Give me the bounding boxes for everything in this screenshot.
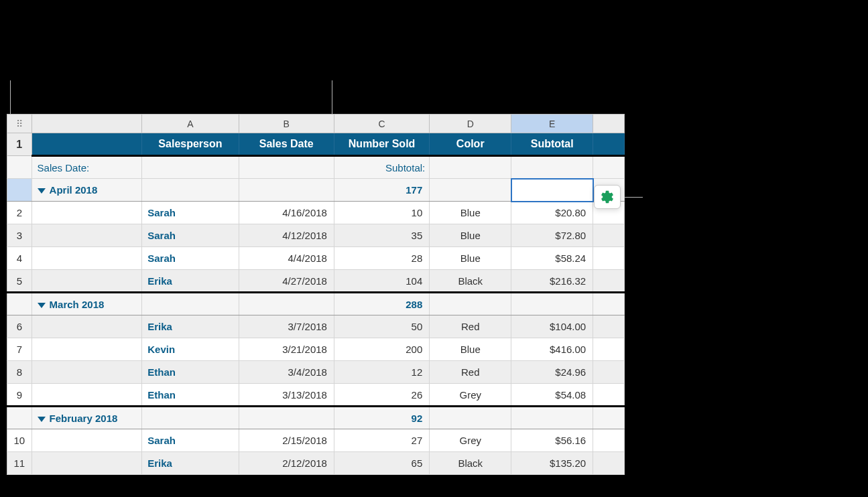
- cell-date[interactable]: 3/4/2018: [239, 361, 334, 384]
- spreadsheet-table: ⠿ A B C D E 1 Salesperson Sales Date Num…: [7, 114, 625, 475]
- cell-date[interactable]: 3/21/2018: [239, 338, 334, 361]
- row-header[interactable]: 2: [7, 202, 32, 224]
- column-header-C[interactable]: C: [334, 115, 429, 133]
- cell-salesperson[interactable]: Sarah: [142, 247, 239, 270]
- cell-subtotal[interactable]: $216.32: [511, 270, 593, 293]
- cell-salesperson[interactable]: Erika: [142, 452, 239, 475]
- cell-salesperson[interactable]: Sarah: [142, 429, 239, 452]
- cell-number-sold[interactable]: 10: [334, 202, 429, 224]
- cell-salesperson[interactable]: Ethan: [142, 361, 239, 384]
- column-header-A[interactable]: A: [142, 115, 239, 133]
- cell-subtotal[interactable]: $416.00: [511, 338, 593, 361]
- summary-label-left: Sales Date:: [32, 156, 142, 179]
- group-label[interactable]: March 2018: [32, 293, 142, 315]
- summary-label-right: Subtotal:: [334, 156, 429, 179]
- row-header[interactable]: 3: [7, 224, 32, 247]
- disclosure-triangle-icon[interactable]: [38, 303, 46, 308]
- group-sum[interactable]: 288: [334, 293, 429, 315]
- cell-subtotal[interactable]: $24.96: [511, 361, 593, 384]
- row-header[interactable]: 6: [7, 315, 32, 338]
- row-header-group[interactable]: .: [7, 179, 32, 202]
- cell-subtotal[interactable]: $72.80: [511, 224, 593, 247]
- cell-date[interactable]: 4/27/2018: [239, 270, 334, 293]
- column-header-E[interactable]: E: [511, 115, 593, 133]
- cell-color[interactable]: Red: [430, 361, 511, 384]
- row-header-blank[interactable]: .: [7, 156, 32, 179]
- cell-color[interactable]: Blue: [430, 247, 511, 270]
- cell-number-sold[interactable]: 12: [334, 361, 429, 384]
- cell-number-sold[interactable]: 104: [334, 270, 429, 293]
- corner-cell[interactable]: ⠿: [7, 115, 32, 133]
- cell-salesperson[interactable]: Kevin: [142, 338, 239, 361]
- column-header-end[interactable]: [593, 115, 625, 133]
- row-header-1[interactable]: 1: [7, 133, 32, 156]
- cell-number-sold[interactable]: 26: [334, 384, 429, 407]
- cell-salesperson[interactable]: Sarah: [142, 224, 239, 247]
- header-blank[interactable]: [32, 133, 142, 156]
- group-label[interactable]: April 2018: [32, 179, 142, 202]
- header-sales-date[interactable]: Sales Date: [239, 133, 334, 156]
- category-options-button[interactable]: [594, 185, 621, 209]
- cell-salesperson[interactable]: Ethan: [142, 384, 239, 407]
- row-header[interactable]: 9: [7, 384, 32, 407]
- cell-color[interactable]: Black: [430, 270, 511, 293]
- group-subtotal-cell[interactable]: [511, 407, 593, 429]
- cell-subtotal[interactable]: $54.08: [511, 384, 593, 407]
- row-header[interactable]: 8: [7, 361, 32, 384]
- cell-date[interactable]: 4/12/2018: [239, 224, 334, 247]
- cell-number-sold[interactable]: 65: [334, 452, 429, 475]
- cell-salesperson[interactable]: Sarah: [142, 202, 239, 224]
- cell-color[interactable]: Black: [430, 452, 511, 475]
- column-header-B[interactable]: B: [239, 115, 334, 133]
- group-subtotal-cell[interactable]: [511, 179, 593, 202]
- row-header[interactable]: 10: [7, 429, 32, 452]
- row-header[interactable]: 11: [7, 452, 32, 475]
- cell-subtotal[interactable]: $135.20: [511, 452, 593, 475]
- column-header-D[interactable]: D: [430, 115, 511, 133]
- group-name: February 2018: [50, 413, 118, 424]
- cell-number-sold[interactable]: 35: [334, 224, 429, 247]
- cell-salesperson[interactable]: Erika: [142, 270, 239, 293]
- group-sum[interactable]: 177: [334, 179, 429, 202]
- cell-number-sold[interactable]: 28: [334, 247, 429, 270]
- cell-number-sold[interactable]: 27: [334, 429, 429, 452]
- cell-subtotal[interactable]: $104.00: [511, 315, 593, 338]
- cell-number-sold[interactable]: 50: [334, 315, 429, 338]
- row-header[interactable]: 4: [7, 247, 32, 270]
- cell-color[interactable]: Red: [430, 315, 511, 338]
- cell-date[interactable]: 3/7/2018: [239, 315, 334, 338]
- cell-date[interactable]: 3/13/2018: [239, 384, 334, 407]
- cell-color[interactable]: Blue: [430, 224, 511, 247]
- gear-icon: [600, 190, 615, 204]
- cell-color[interactable]: Blue: [430, 202, 511, 224]
- row-header-group[interactable]: .: [7, 407, 32, 429]
- row-header[interactable]: 5: [7, 270, 32, 293]
- header-salesperson[interactable]: Salesperson: [142, 133, 239, 156]
- header-number-sold[interactable]: Number Sold: [334, 133, 429, 156]
- cell-subtotal[interactable]: $58.24: [511, 247, 593, 270]
- cell-subtotal[interactable]: $20.80: [511, 202, 593, 224]
- group-sum[interactable]: 92: [334, 407, 429, 429]
- row-header-group[interactable]: .: [7, 293, 32, 315]
- column-header-blank[interactable]: [32, 115, 142, 133]
- cell-color[interactable]: Grey: [430, 384, 511, 407]
- header-color[interactable]: Color: [430, 133, 511, 156]
- disclosure-triangle-icon[interactable]: [38, 417, 46, 422]
- cell-color[interactable]: Blue: [430, 338, 511, 361]
- cell-salesperson[interactable]: Erika: [142, 315, 239, 338]
- group-name: April 2018: [50, 184, 98, 196]
- header-subtotal[interactable]: Subtotal: [511, 133, 593, 156]
- cell-subtotal[interactable]: $56.16: [511, 429, 593, 452]
- group-name: March 2018: [50, 299, 105, 310]
- cell-date[interactable]: 2/15/2018: [239, 429, 334, 452]
- cell-number-sold[interactable]: 200: [334, 338, 429, 361]
- group-label[interactable]: February 2018: [32, 407, 142, 429]
- cell-date[interactable]: 4/16/2018: [239, 202, 334, 224]
- cell-date[interactable]: 2/12/2018: [239, 452, 334, 475]
- disclosure-triangle-icon[interactable]: [38, 188, 46, 194]
- cell-date[interactable]: 4/4/2018: [239, 247, 334, 270]
- row-header[interactable]: 7: [7, 338, 32, 361]
- group-subtotal-cell[interactable]: [511, 293, 593, 315]
- cell-color[interactable]: Grey: [430, 429, 511, 452]
- header-end[interactable]: [593, 133, 625, 156]
